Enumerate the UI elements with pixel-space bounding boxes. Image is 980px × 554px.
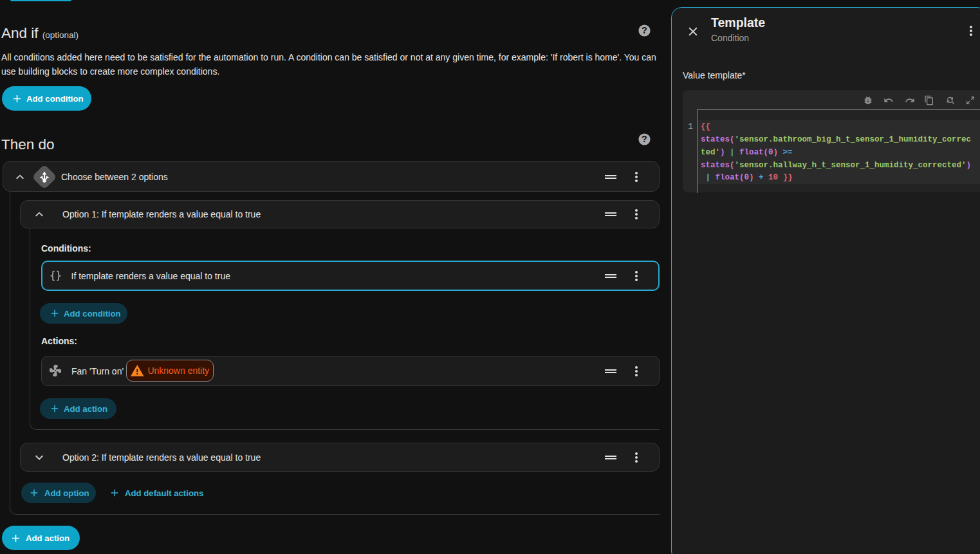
svg-text:?: ? [642, 134, 647, 144]
svg-text:?: ? [642, 25, 647, 35]
